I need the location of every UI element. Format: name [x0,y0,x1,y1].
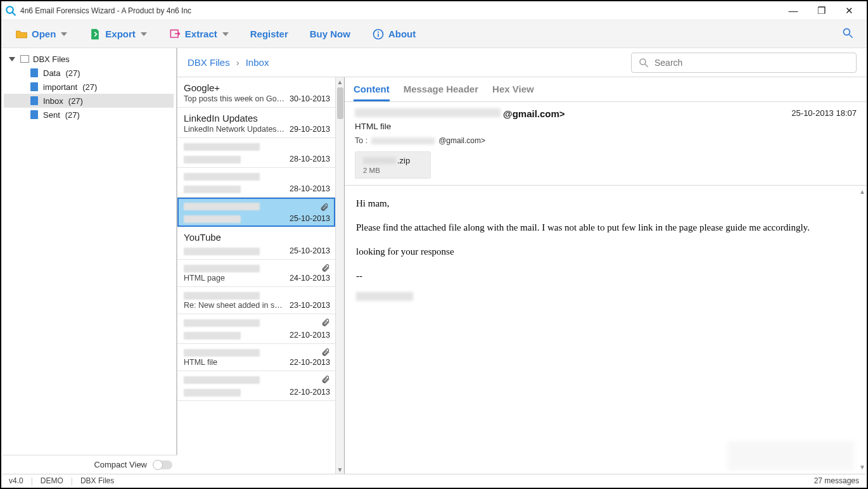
scroll-up-icon[interactable]: ▲ [859,187,865,197]
minimize-button[interactable]: — [779,5,807,16]
redacted-text [184,332,241,340]
content-panel: Content Message Header Hex View @gmail.c… [345,77,867,474]
export-label: Export [105,29,136,39]
message-item[interactable]: Google+Top posts this week on Google30-1… [177,77,335,108]
tree-item-important[interactable]: important (27) [4,80,174,94]
message-item[interactable]: YouTube25-10-2013 [177,227,335,260]
about-button[interactable]: About [366,25,422,43]
toolbar-search-button[interactable] [841,27,859,41]
tab-content[interactable]: Content [354,84,390,101]
tab-hex-view[interactable]: Hex View [492,84,534,101]
redacted-text [355,108,501,117]
message-subject: HTML page [184,274,225,283]
tree-item-count: (27) [82,82,97,92]
svg-point-0 [6,6,13,13]
breadcrumb[interactable]: DBX Files › Inbox [188,57,269,68]
redacted-text [184,143,260,151]
attachment-chip[interactable]: .zip 2 MB [355,151,431,179]
redacted-text [184,248,260,255]
status-version: v4.0 [9,476,23,485]
tree-item-count: (27) [68,96,83,106]
svg-point-7 [640,59,646,65]
message-date: 25-10-2013 18:07 [791,108,857,118]
maximize-button[interactable]: ❐ [807,5,835,16]
body-line: -- [356,268,855,283]
tree-root-label: DBX Files [33,54,70,64]
open-button[interactable]: Open [9,25,73,43]
tree-root[interactable]: DBX Files [4,52,174,66]
message-item[interactable]: LinkedIn UpdatesLinkedIn Network Updates… [177,108,335,138]
status-bar: v4.0 | DEMO | DBX Files 27 messages [3,474,865,486]
message-item[interactable]: 22-10-2013 [177,314,335,344]
svg-line-1 [12,12,15,15]
message-date: 22-10-2013 [290,331,330,340]
compact-view-toggle[interactable] [153,460,172,469]
message-item[interactable]: 28-10-2013 [177,168,335,198]
buy-label: Buy Now [310,29,350,39]
message-date: 25-10-2013 [290,214,330,223]
content-tabs: Content Message Header Hex View [345,77,867,102]
window-title: 4n6 Email Forensics Wizard - A Product b… [20,6,191,15]
from-suffix: @gmail.com> [503,108,565,119]
attachment-icon [321,348,330,359]
redacted-text [184,319,260,327]
message-item[interactable]: HTML page24-10-2013 [177,260,335,287]
tree-item-label: Sent [43,110,60,120]
attachment-name: .zip [363,156,410,165]
register-button[interactable]: Register [244,26,295,42]
tree-item-label: Data [43,68,60,78]
redacted-text [184,292,260,300]
tree-item-sent[interactable]: Sent (27) [4,108,174,122]
message-date: 30-10-2013 [290,94,330,103]
message-header: @gmail.com> 25-10-2013 18:07 HTML file T… [345,102,867,186]
search-input[interactable] [654,58,850,68]
tree-item-data[interactable]: Data (27) [4,66,174,80]
export-icon [89,28,101,41]
search-box[interactable] [631,53,857,73]
message-item[interactable]: 25-10-2013 [177,198,335,227]
message-list-panel: Google+Top posts this week on Google30-1… [177,77,345,474]
message-item[interactable]: HTML file22-10-2013 [177,344,335,371]
compact-view-bar: Compact View [3,455,177,474]
message-from: Google+ [184,82,285,93]
scroll-thumb[interactable] [337,87,343,119]
redacted-text [184,389,241,397]
chevron-down-icon [141,32,147,36]
message-from: LinkedIn Updates [184,113,285,124]
redacted-text [184,186,241,193]
close-button[interactable]: ✕ [835,5,863,16]
tree-item-label: Inbox [43,96,63,106]
scroll-down-icon[interactable]: ▼ [336,465,345,474]
tree-item-inbox[interactable]: Inbox (27) [4,94,174,108]
toolbar: Open Export Extract Register Buy Now Abo… [1,20,867,48]
tree-item-count: (27) [65,110,80,120]
message-subject: HTML file [184,358,217,367]
tab-message-header[interactable]: Message Header [404,84,478,101]
message-date: 23-10-2013 [290,301,330,310]
tree-item-count: (27) [65,68,80,78]
message-item[interactable]: 22-10-2013 [177,371,335,401]
message-item[interactable]: 28-10-2013 [177,138,335,168]
scrollbar[interactable]: ▲ ▼ [335,77,344,474]
scrollbar[interactable]: ▲ ▼ [858,186,867,474]
to-suffix: @gmail.com> [438,136,485,145]
breadcrumb-root: DBX Files [188,57,230,68]
attachment-icon [321,264,330,274]
folder-open-icon [15,28,28,41]
file-icon [30,82,38,91]
export-button[interactable]: Export [82,25,153,43]
status-location: DBX Files [80,476,114,485]
svg-line-8 [645,64,648,67]
redacted-text [363,157,396,164]
message-item[interactable]: Re: New sheet added in shared23-10-2013 [177,287,335,314]
extract-button[interactable]: Extract [162,25,235,43]
extract-icon [169,28,181,41]
buy-now-button[interactable]: Buy Now [303,26,357,42]
watermark [727,441,854,470]
attachment-icon [320,203,329,213]
redacted-text [371,137,435,144]
to-label: To : [355,136,367,145]
message-date: 25-10-2013 [290,246,330,255]
scroll-up-icon[interactable]: ▲ [336,77,345,86]
scroll-down-icon[interactable]: ▼ [859,462,865,473]
